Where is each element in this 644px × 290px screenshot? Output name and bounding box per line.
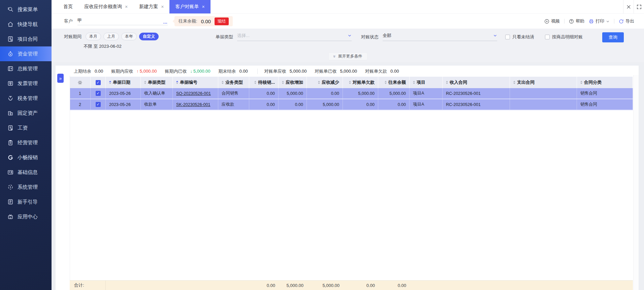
- cell-project: 项目A: [410, 88, 443, 99]
- period-option-btn[interactable]: 上月: [103, 33, 119, 40]
- column-header-expense-contract[interactable]: 支出合同: [510, 77, 577, 88]
- period-option-btn[interactable]: 本月: [86, 33, 101, 40]
- period-option-btn[interactable]: 本年: [121, 33, 137, 40]
- column-header-receivable-increase[interactable]: 应收增加: [279, 77, 307, 88]
- sidebar-item-business-mgmt[interactable]: 经营管理: [0, 135, 52, 150]
- sort-icon[interactable]: [222, 81, 224, 84]
- column-header-contract-category[interactable]: 合同分类: [577, 77, 633, 88]
- close-window-button[interactable]: [623, 0, 634, 13]
- sidebar-item-base-info[interactable]: 基础信息: [0, 165, 52, 180]
- status-select[interactable]: 全部: [383, 33, 497, 41]
- column-header-running-balance[interactable]: 往来余额: [378, 77, 410, 88]
- video-button[interactable]: 视频: [544, 18, 560, 24]
- export-button[interactable]: 导出: [619, 18, 634, 24]
- sort-icon[interactable]: [144, 81, 146, 84]
- sidebar-item-funds-mgmt[interactable]: 资金管理: [0, 46, 52, 61]
- sidebar-item-tax-mgmt[interactable]: 税务管理: [0, 91, 52, 106]
- select-all-checkbox[interactable]: ✓: [96, 80, 101, 85]
- sort-desc-icon: [176, 83, 178, 84]
- column-label: 单据类型: [148, 79, 165, 85]
- sort-icon[interactable]: [318, 81, 320, 84]
- column-header-doc-date[interactable]: 单据日期: [106, 77, 141, 88]
- sidebar-item-project-contract[interactable]: 项目合同: [0, 32, 52, 46]
- sort-icon[interactable]: [580, 81, 582, 84]
- tab-customer-statement[interactable]: 客户对账单×: [169, 0, 210, 13]
- sidebar-item-quick-nav[interactable]: 快捷导航: [0, 17, 52, 32]
- sort-icon[interactable]: [109, 81, 111, 84]
- sidebar-item-payroll[interactable]: 工资: [0, 120, 52, 135]
- table-settings-gear-icon[interactable]: [70, 77, 91, 88]
- fullscreen-icon: [637, 5, 641, 9]
- column-header-select[interactable]: ✓: [91, 77, 106, 88]
- sidebar-item-search-menu[interactable]: 搜索菜单: [0, 2, 52, 17]
- tab-home[interactable]: 首页: [58, 0, 78, 13]
- column-header-doc-no[interactable]: 单据编号: [173, 77, 218, 88]
- customer-input[interactable]: 甲 …: [77, 17, 168, 25]
- cell-pending-writeoff: 0.00: [249, 99, 279, 110]
- cell-expense-contract: [510, 88, 577, 99]
- fullscreen-button[interactable]: [634, 0, 644, 13]
- close-tab-icon[interactable]: ×: [161, 4, 164, 9]
- period-range[interactable]: 不限 至 2023-06-02: [84, 43, 122, 49]
- sort-asc-icon: [144, 81, 146, 82]
- doc-no-link[interactable]: SQ-20230526-001: [176, 91, 211, 96]
- search-button[interactable]: 查询: [602, 32, 624, 42]
- column-label: 应收减少: [322, 79, 339, 85]
- sidebar-item-app-center[interactable]: 应用中心: [0, 209, 52, 224]
- row-checkbox[interactable]: ✓: [96, 102, 101, 107]
- only-unsettled-checkbox[interactable]: [505, 35, 510, 39]
- column-header-doc-type[interactable]: 单据类型: [141, 77, 173, 88]
- tab-label: 客户对账单: [175, 4, 199, 10]
- totals-cell-receivable-increase: 5,000.00: [279, 281, 307, 290]
- sort-icon[interactable]: [413, 81, 415, 84]
- customer-picker-ellipsis-icon[interactable]: …: [163, 21, 168, 24]
- sort-icon[interactable]: [446, 81, 448, 84]
- cell-income-contract: RC-20230526-001: [443, 88, 510, 99]
- close-tab-icon[interactable]: ×: [202, 4, 204, 9]
- close-tab-icon[interactable]: ×: [125, 4, 128, 9]
- by-product-checkbox[interactable]: [545, 35, 550, 39]
- totals-cell-doc-no: [173, 281, 218, 290]
- settle-badge: 现结: [215, 17, 229, 25]
- vertical-scrollbar[interactable]: [633, 75, 639, 290]
- sort-icon[interactable]: [282, 81, 284, 84]
- sidebar-item-xiaochang-expense[interactable]: 小畅报销: [0, 150, 52, 165]
- tab-bar: 首页应收应付余额查询×新建方案×客户对账单×: [52, 0, 644, 13]
- tab-new-plan[interactable]: 新建方案×: [133, 0, 169, 13]
- status-filter: 对账状态 全部: [361, 33, 497, 41]
- totals-label: 合计:: [70, 281, 106, 290]
- sidebar-item-fixed-assets[interactable]: 固定资产: [0, 106, 52, 120]
- base-info-icon: [7, 169, 14, 176]
- sidebar-item-label: 基础信息: [18, 169, 38, 176]
- column-header-project[interactable]: 项目: [410, 77, 443, 88]
- sidebar-item-system-mgmt[interactable]: 系统管理: [0, 180, 52, 194]
- arrow-up-icon: ↑: [136, 69, 139, 74]
- column-header-statement-owed[interactable]: 对账单欠款: [343, 77, 378, 88]
- doc-no-link[interactable]: SK-20230526-001: [176, 102, 210, 107]
- collapse-panel-button[interactable]: »: [57, 74, 64, 83]
- period-option-active[interactable]: 自定义: [139, 33, 159, 40]
- balance-label: 往来余额:: [179, 18, 197, 24]
- sort-icon[interactable]: [349, 81, 351, 84]
- sidebar-item-general-ledger[interactable]: 总账管理: [0, 61, 52, 76]
- sidebar-item-invoice-mgmt[interactable]: 发票管理: [0, 76, 52, 91]
- sidebar-item-newbie-guide[interactable]: 新手引导: [0, 194, 52, 209]
- column-header-pending-writeoff[interactable]: 待核销...: [249, 77, 279, 88]
- sort-desc-icon: [282, 83, 284, 84]
- column-header-income-contract[interactable]: 收入合同: [443, 77, 510, 88]
- help-button[interactable]: 帮助: [569, 18, 584, 24]
- print-icon: [589, 19, 594, 24]
- sort-icon[interactable]: [513, 81, 515, 84]
- print-button[interactable]: 打印: [589, 18, 610, 24]
- doc-type-select[interactable]: 选择...: [237, 33, 352, 41]
- sort-icon[interactable]: [385, 81, 387, 84]
- sort-icon[interactable]: [254, 81, 256, 84]
- expand-more-button[interactable]: » 展开更多条件: [328, 52, 367, 60]
- table-row[interactable]: 1✓2023-05-26收入确认单SQ-20230526-001合同销售0.00…: [70, 88, 633, 99]
- row-checkbox[interactable]: ✓: [96, 91, 101, 96]
- tab-ar-ap-balance-query[interactable]: 应收应付余额查询×: [78, 0, 133, 13]
- table-row[interactable]: 2✓2023-05-26收款单SK-20230526-001应收款0.000.0…: [70, 99, 633, 110]
- column-header-biz-type[interactable]: 业务类型: [218, 77, 249, 88]
- column-header-receivable-decrease[interactable]: 应收减少: [307, 77, 343, 88]
- sort-icon[interactable]: [176, 81, 178, 84]
